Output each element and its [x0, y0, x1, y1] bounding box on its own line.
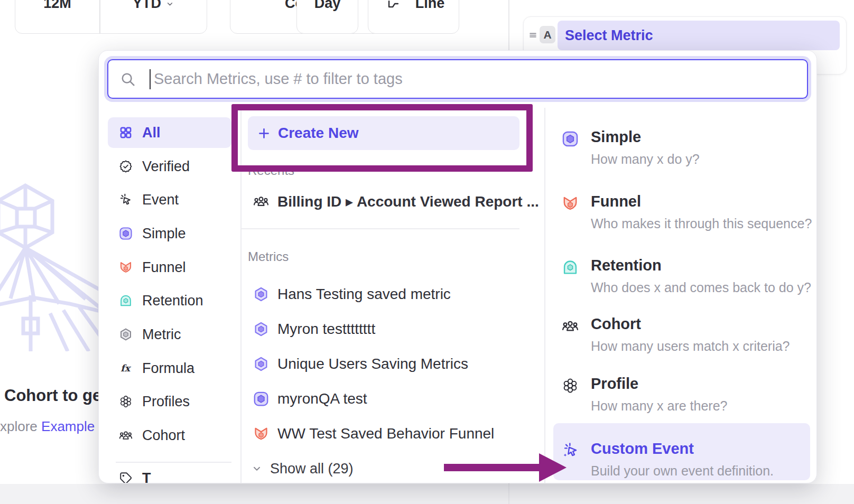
sidebar-item-funnel[interactable]: Funnel — [108, 252, 231, 283]
create-new-button[interactable]: Create New — [248, 116, 519, 150]
sidebar-item-cohort[interactable]: Cohort — [108, 420, 231, 451]
recent-item-billing[interactable]: Billing ID ▸ Account Viewed Report ... — [253, 186, 539, 217]
sidebar-item-formula[interactable]: Formula — [108, 353, 231, 384]
tag-icon — [119, 471, 133, 483]
sidebar-item-verified[interactable]: Verified — [108, 151, 231, 182]
empty-state-wireframe-illustration — [0, 177, 100, 351]
type-retention[interactable]: Retention Who does x and comes back to d… — [562, 256, 805, 295]
metric-item[interactable]: Unique Users Saving Metrics — [253, 349, 468, 379]
cohort-icon — [562, 318, 579, 334]
empty-state-subtext: xplore Example R — [0, 418, 108, 435]
search-input[interactable] — [153, 70, 807, 88]
type-funnel[interactable]: Funnel Who makes it through this sequenc… — [562, 192, 805, 231]
recents-heading: Recents — [248, 163, 294, 178]
event-icon — [119, 193, 133, 207]
metric-item[interactable]: myronQA test — [253, 384, 367, 414]
sidebar-item-profiles[interactable]: Profiles — [108, 386, 231, 417]
range-ytd-label: YTD — [99, 0, 208, 11]
cohort-icon — [253, 193, 269, 209]
saved-metric-icon — [253, 321, 269, 337]
funnel-icon — [119, 260, 133, 274]
sidebar-item-metric[interactable]: Metric — [108, 319, 231, 350]
profiles-icon — [119, 395, 133, 408]
saved-metric-icon — [253, 356, 269, 372]
sidebar-item-clipped[interactable]: T — [108, 465, 231, 483]
retention-icon — [562, 259, 579, 276]
saved-metric-icon — [253, 286, 269, 302]
metric-row-badge: A — [540, 26, 555, 43]
simple-icon — [562, 130, 579, 147]
custom-event-icon — [562, 442, 579, 459]
type-cohort[interactable]: Cohort How many users match x criteria? — [562, 314, 805, 354]
explore-text-fragment: xplore — [0, 418, 41, 434]
create-new-label: Create New — [278, 125, 359, 142]
sidebar-divider — [116, 462, 231, 463]
sidebar-item-all[interactable]: All — [108, 117, 231, 148]
empty-state-heading-fragment: Cohort to ge — [4, 386, 101, 405]
metric-picker-modal: All Verified Event Simple Funnel Retenti… — [98, 50, 817, 483]
sidebar-column-divider — [240, 108, 242, 483]
app-screen: Cohort to ge xplore Example R 12M YTD Co… — [0, 0, 854, 504]
interval-label: Day — [297, 0, 358, 11]
range-ytd-button[interactable]: YTD — [99, 0, 208, 33]
page-bottom-strip — [0, 484, 854, 504]
text-cursor — [150, 69, 151, 89]
drag-handle-icon[interactable] — [528, 30, 538, 40]
chart-type-label: Line — [401, 0, 459, 11]
search-icon — [120, 71, 136, 87]
metric-search-box — [107, 59, 808, 99]
type-profile[interactable]: Profile How many x are there? — [562, 374, 805, 414]
sidebar-item-retention[interactable]: Retention — [108, 285, 231, 316]
interval-day-button[interactable]: Day — [296, 0, 358, 34]
metric-icon — [119, 328, 133, 341]
type-custom-event[interactable]: Custom Event Build your own event defini… — [562, 439, 805, 479]
chart-type-line-button[interactable]: Line — [368, 0, 459, 34]
funnel-icon — [253, 426, 269, 442]
retention-icon — [119, 294, 133, 307]
line-chart-icon — [386, 0, 401, 13]
chevron-down-icon — [251, 463, 263, 474]
metric-item[interactable]: Myron testttttttt — [253, 314, 375, 344]
select-metric-button[interactable]: Select Metric — [558, 21, 840, 50]
show-all-label: Show all (29) — [270, 461, 354, 477]
metric-item[interactable]: Hans Testing saved metric — [253, 279, 451, 310]
select-metric-label: Select Metric — [565, 21, 840, 50]
range-12m-label: 12M — [15, 0, 99, 11]
range-12m-button[interactable]: 12M — [15, 0, 99, 33]
metric-item[interactable]: WW Test Saved Behavior Funnel — [253, 418, 494, 449]
cohort-icon — [119, 428, 133, 442]
simple-icon — [119, 227, 133, 240]
grid-icon — [119, 126, 133, 139]
show-all-button[interactable]: Show all (29) — [251, 453, 354, 483]
simple-icon — [253, 391, 269, 407]
types-column-divider — [544, 108, 545, 483]
formula-icon — [119, 361, 133, 375]
metrics-heading: Metrics — [248, 249, 289, 264]
plus-icon — [257, 126, 271, 141]
recents-divider — [241, 228, 519, 229]
type-simple[interactable]: Simple How many x do y? — [562, 127, 805, 167]
sidebar-item-simple[interactable]: Simple — [108, 218, 231, 249]
sidebar-item-event[interactable]: Event — [108, 184, 231, 215]
date-range-segmented-control: 12M YTD — [15, 0, 207, 34]
funnel-icon — [562, 195, 579, 212]
profiles-icon — [562, 377, 579, 394]
chevron-down-icon — [165, 0, 174, 8]
verified-icon — [119, 160, 133, 173]
